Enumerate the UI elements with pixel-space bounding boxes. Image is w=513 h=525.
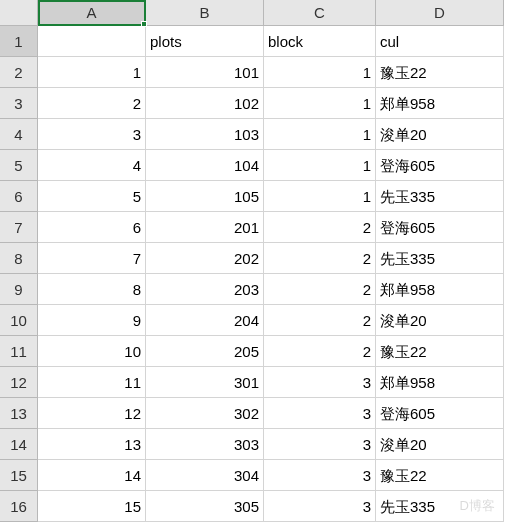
cell-A2[interactable]: 1 (38, 57, 146, 88)
cell-C1[interactable]: block (264, 26, 376, 57)
cell-C14[interactable]: 3 (264, 429, 376, 460)
cell-B12[interactable]: 301 (146, 367, 264, 398)
cell-D13[interactable]: 登海605 (376, 398, 504, 429)
cell-A1[interactable] (38, 26, 146, 57)
row-header-13[interactable]: 13 (0, 398, 38, 429)
cell-D1[interactable]: cul (376, 26, 504, 57)
cell-D5[interactable]: 登海605 (376, 150, 504, 181)
cell-B10[interactable]: 204 (146, 305, 264, 336)
row-header-8[interactable]: 8 (0, 243, 38, 274)
col-header-C[interactable]: C (264, 0, 376, 26)
cell-B3[interactable]: 102 (146, 88, 264, 119)
row-header-4[interactable]: 4 (0, 119, 38, 150)
cell-C6[interactable]: 1 (264, 181, 376, 212)
row-header-11[interactable]: 11 (0, 336, 38, 367)
cell-A8[interactable]: 7 (38, 243, 146, 274)
cell-C10[interactable]: 2 (264, 305, 376, 336)
cell-A12[interactable]: 11 (38, 367, 146, 398)
cell-D7[interactable]: 登海605 (376, 212, 504, 243)
cell-B13[interactable]: 302 (146, 398, 264, 429)
cell-A13[interactable]: 12 (38, 398, 146, 429)
cell-D4[interactable]: 浚单20 (376, 119, 504, 150)
cell-A16[interactable]: 15 (38, 491, 146, 522)
cell-C9[interactable]: 2 (264, 274, 376, 305)
cell-D8[interactable]: 先玉335 (376, 243, 504, 274)
cell-A6[interactable]: 5 (38, 181, 146, 212)
cell-B15[interactable]: 304 (146, 460, 264, 491)
col-header-B[interactable]: B (146, 0, 264, 26)
cell-A15[interactable]: 14 (38, 460, 146, 491)
cell-B16[interactable]: 305 (146, 491, 264, 522)
cell-D14[interactable]: 浚单20 (376, 429, 504, 460)
cell-B1[interactable]: plots (146, 26, 264, 57)
cell-B5[interactable]: 104 (146, 150, 264, 181)
cell-D3[interactable]: 郑单958 (376, 88, 504, 119)
cell-A4[interactable]: 3 (38, 119, 146, 150)
cell-A14[interactable]: 13 (38, 429, 146, 460)
row-header-12[interactable]: 12 (0, 367, 38, 398)
cell-C2[interactable]: 1 (264, 57, 376, 88)
col-header-D[interactable]: D (376, 0, 504, 26)
cell-D10[interactable]: 浚单20 (376, 305, 504, 336)
cell-D16[interactable]: 先玉335 (376, 491, 504, 522)
cell-A9[interactable]: 8 (38, 274, 146, 305)
cell-B14[interactable]: 303 (146, 429, 264, 460)
cell-C4[interactable]: 1 (264, 119, 376, 150)
row-header-9[interactable]: 9 (0, 274, 38, 305)
cell-C3[interactable]: 1 (264, 88, 376, 119)
row-header-5[interactable]: 5 (0, 150, 38, 181)
cell-C16[interactable]: 3 (264, 491, 376, 522)
cell-D11[interactable]: 豫玉22 (376, 336, 504, 367)
cell-C12[interactable]: 3 (264, 367, 376, 398)
cell-A7[interactable]: 6 (38, 212, 146, 243)
row-header-1[interactable]: 1 (0, 26, 38, 57)
select-all-corner[interactable] (0, 0, 38, 26)
cell-B6[interactable]: 105 (146, 181, 264, 212)
cell-B2[interactable]: 101 (146, 57, 264, 88)
cell-C5[interactable]: 1 (264, 150, 376, 181)
cell-A11[interactable]: 10 (38, 336, 146, 367)
row-header-10[interactable]: 10 (0, 305, 38, 336)
row-header-15[interactable]: 15 (0, 460, 38, 491)
row-header-6[interactable]: 6 (0, 181, 38, 212)
cell-B8[interactable]: 202 (146, 243, 264, 274)
cell-C15[interactable]: 3 (264, 460, 376, 491)
row-header-16[interactable]: 16 (0, 491, 38, 522)
cell-B11[interactable]: 205 (146, 336, 264, 367)
row-header-2[interactable]: 2 (0, 57, 38, 88)
cell-C11[interactable]: 2 (264, 336, 376, 367)
cell-C13[interactable]: 3 (264, 398, 376, 429)
row-header-14[interactable]: 14 (0, 429, 38, 460)
cell-C7[interactable]: 2 (264, 212, 376, 243)
cell-A3[interactable]: 2 (38, 88, 146, 119)
cell-C8[interactable]: 2 (264, 243, 376, 274)
cell-A10[interactable]: 9 (38, 305, 146, 336)
cell-D6[interactable]: 先玉335 (376, 181, 504, 212)
cell-B7[interactable]: 201 (146, 212, 264, 243)
spreadsheet-grid[interactable]: A B C D 1 plots block cul 211011豫玉223210… (0, 0, 513, 522)
cell-D9[interactable]: 郑单958 (376, 274, 504, 305)
cell-D15[interactable]: 豫玉22 (376, 460, 504, 491)
cell-B9[interactable]: 203 (146, 274, 264, 305)
cell-A5[interactable]: 4 (38, 150, 146, 181)
cell-B4[interactable]: 103 (146, 119, 264, 150)
col-header-A[interactable]: A (38, 0, 146, 26)
row-header-3[interactable]: 3 (0, 88, 38, 119)
cell-D12[interactable]: 郑单958 (376, 367, 504, 398)
row-header-7[interactable]: 7 (0, 212, 38, 243)
cell-D2[interactable]: 豫玉22 (376, 57, 504, 88)
